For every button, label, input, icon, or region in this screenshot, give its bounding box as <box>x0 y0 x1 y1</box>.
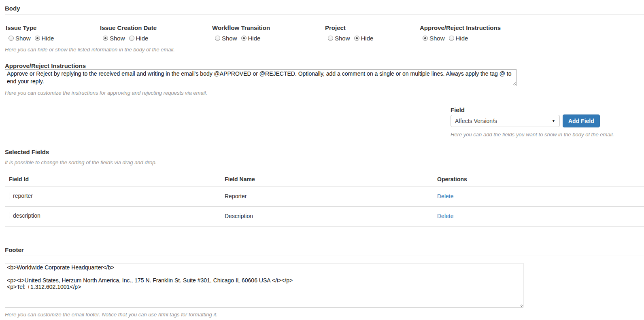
radio-option-label: Hide <box>136 35 149 42</box>
radio-option-show[interactable]: Show <box>215 35 237 42</box>
radio-option-label: Show <box>429 35 445 42</box>
radio-icon[interactable] <box>103 36 108 41</box>
toggle-group-approve-reject-instructions: Approve/Reject Instructions Show Hide <box>420 24 501 42</box>
radio-icon[interactable] <box>423 36 428 41</box>
field-select-value: Affects Version/s <box>455 118 497 124</box>
radio-option-show[interactable]: Show <box>103 35 125 42</box>
toggle-group-label: Workflow Transition <box>212 24 270 31</box>
footer-section-title: Footer <box>5 246 644 256</box>
radio-option-show[interactable]: Show <box>9 35 31 42</box>
radio-option-label: Hide <box>248 35 261 42</box>
toggle-group-label: Approve/Reject Instructions <box>420 24 501 31</box>
body-toggle-row: Issue Type Show Hide Issue Creation Date… <box>0 24 644 40</box>
toggle-group-issue-creation-date: Issue Creation Date Show Hide <box>100 24 157 42</box>
field-select-label: Field <box>451 106 641 113</box>
add-field-block: Field Affects Version/s ▼ Add Field Here… <box>451 106 641 138</box>
toggle-group-project: Project Show Hide <box>325 24 377 42</box>
radio-option-hide[interactable]: Hide <box>129 35 149 42</box>
footer-textarea[interactable]: <b>Worldwide Corporate Headquarter</b> <… <box>5 263 523 307</box>
toggle-group-label: Issue Type <box>6 24 58 31</box>
radio-option-label: Hide <box>42 35 54 42</box>
radio-icon[interactable] <box>129 36 134 41</box>
footer-hint: Here you can customize the email footer.… <box>5 312 644 318</box>
column-header-field-id: Field Id <box>5 172 221 187</box>
toggle-group-issue-type: Issue Type Show Hide <box>6 24 58 42</box>
delete-link[interactable]: Delete <box>437 213 453 219</box>
radio-icon[interactable] <box>215 36 220 41</box>
radio-option-hide[interactable]: Hide <box>354 35 374 42</box>
drag-handle-icon[interactable] <box>9 193 10 199</box>
toggle-group-label: Project <box>325 24 377 31</box>
selected-fields-hint: It is possible to change the sorting of … <box>5 159 644 165</box>
field-name-cell: Reporter <box>221 187 433 207</box>
drag-handle-icon[interactable] <box>9 212 10 219</box>
body-section-hint: Here you can hide or show the listed inf… <box>5 47 644 53</box>
instructions-hint: Here you can customize the instructions … <box>5 90 644 96</box>
radio-icon[interactable] <box>241 36 247 41</box>
toggle-group-workflow-transition: Workflow Transition Show Hide <box>212 24 270 42</box>
table-row: reporter Reporter Delete <box>5 187 644 207</box>
toggle-group-label: Issue Creation Date <box>100 24 157 31</box>
radio-icon[interactable] <box>35 36 40 41</box>
selected-fields-table: Field Id Field Name Operations reporter … <box>5 172 644 227</box>
radio-icon[interactable] <box>449 36 454 41</box>
table-header-row: Field Id Field Name Operations <box>5 172 644 187</box>
radio-option-label: Hide <box>361 35 374 42</box>
field-id-cell: description <box>13 212 40 219</box>
radio-option-label: Hide <box>456 35 468 42</box>
body-section-title: Body <box>5 5 644 15</box>
radio-option-label: Show <box>335 35 350 42</box>
add-field-button[interactable]: Add Field <box>563 114 600 127</box>
radio-option-label: Show <box>15 35 31 42</box>
radio-option-label: Show <box>222 35 237 42</box>
field-id-cell: reporter <box>13 193 33 199</box>
selected-fields-title: Selected Fields <box>5 148 644 155</box>
instructions-label: Approve/Reject Instructions <box>5 62 644 69</box>
radio-option-hide[interactable]: Hide <box>449 35 468 42</box>
column-header-field-name: Field Name <box>221 172 433 187</box>
radio-option-hide[interactable]: Hide <box>35 35 54 42</box>
field-name-cell: Description <box>221 207 433 227</box>
radio-icon[interactable] <box>328 36 333 41</box>
table-row: description Description Delete <box>5 207 644 227</box>
column-header-operations: Operations <box>433 172 644 187</box>
radio-option-show[interactable]: Show <box>423 35 445 42</box>
chevron-down-icon: ▼ <box>552 119 555 123</box>
radio-option-show[interactable]: Show <box>328 35 350 42</box>
radio-icon[interactable] <box>354 36 359 41</box>
delete-link[interactable]: Delete <box>437 193 453 199</box>
radio-option-hide[interactable]: Hide <box>241 35 261 42</box>
field-select[interactable]: Affects Version/s ▼ <box>451 115 560 127</box>
add-field-hint: Here you can add the fields you want to … <box>451 131 641 138</box>
radio-option-label: Show <box>110 35 125 42</box>
instructions-textarea[interactable]: Approve or Reject by replying to the rec… <box>5 69 516 86</box>
radio-icon[interactable] <box>9 36 14 41</box>
